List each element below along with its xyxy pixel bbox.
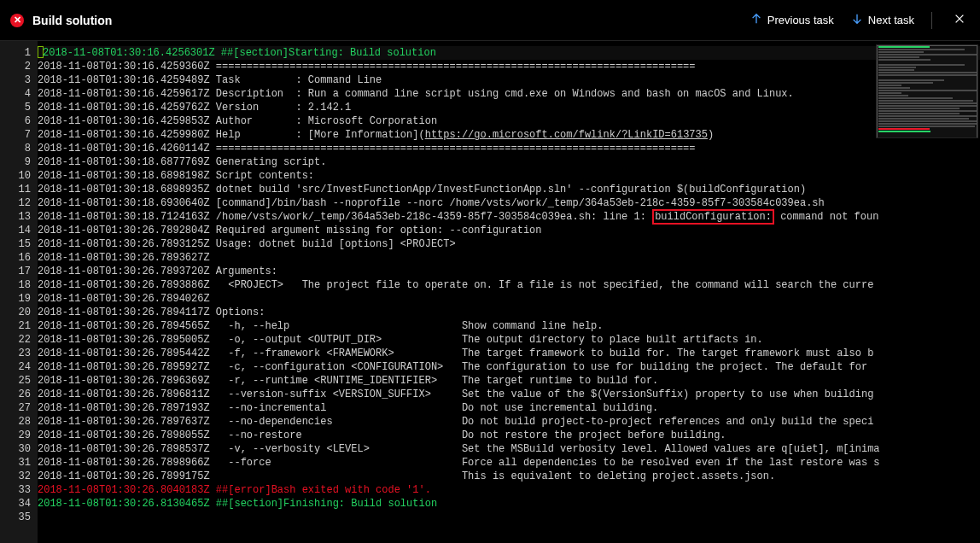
line-number: 1 [3, 46, 31, 60]
line-number: 29 [3, 429, 31, 442]
log-line: 2018-11-08T01:30:26.7895927Z -c, --confi… [38, 360, 980, 374]
log-line: 2018-11-08T01:30:26.7892804Z Required ar… [38, 224, 980, 237]
close-icon [954, 13, 965, 28]
line-number: 3 [3, 73, 31, 87]
log-line [38, 511, 980, 524]
log-line: 2018-11-08T01:30:26.7893720Z Arguments: [38, 265, 980, 278]
log-line: 2018-11-08T01:30:18.6898198Z Script cont… [38, 169, 980, 183]
next-task-label: Next task [868, 14, 914, 26]
line-number: 35 [3, 511, 31, 524]
line-number: 2 [3, 60, 31, 73]
line-number: 13 [3, 210, 31, 224]
log-line: 2018-11-08T01:30:26.7899175Z This is equ… [38, 470, 980, 483]
line-number: 4 [3, 87, 31, 101]
line-number: 27 [3, 401, 31, 415]
line-number: 33 [3, 483, 31, 497]
arrow-up-icon [750, 13, 762, 27]
log-line: 2018-11-08T01:30:18.6930640Z [command]/b… [38, 196, 980, 210]
header-right: Previous task Next task [750, 10, 970, 31]
line-number: 12 [3, 196, 31, 210]
line-number: 15 [3, 237, 31, 251]
line-number: 16 [3, 251, 31, 265]
log-line: 2018-11-08T01:30:18.6877769Z Generating … [38, 155, 980, 169]
log-line: 2018-11-08T01:30:26.7898966Z --force For… [38, 456, 980, 470]
line-number-gutter: 1234567891011121314151617181920212223242… [0, 41, 38, 543]
log-line: 2018-11-08T01:30:26.7894026Z [38, 292, 980, 306]
log-content[interactable]: 2018-11-08T01:30:16.4256301Z ##[section]… [38, 41, 980, 543]
error-highlight: buildConfiguration: [652, 209, 774, 225]
line-number: 24 [3, 360, 31, 374]
minimap-viewport[interactable] [877, 45, 977, 138]
close-button[interactable] [949, 10, 970, 31]
line-number: 18 [3, 278, 31, 292]
line-number: 34 [3, 497, 31, 511]
log-line: 2018-11-08T01:30:16.4259360Z ===========… [38, 60, 980, 73]
log-line: 2018-11-08T01:30:26.7895005Z -o, --outpu… [38, 333, 980, 347]
log-line: 2018-11-08T01:30:26.7898537Z -v, --verbo… [38, 442, 980, 456]
line-number: 6 [3, 114, 31, 128]
line-number: 22 [3, 333, 31, 347]
line-number: 9 [3, 155, 31, 169]
line-number: 32 [3, 470, 31, 483]
log-line: 2018-11-08T01:30:16.4260114Z ===========… [38, 142, 980, 155]
log-line: 2018-11-08T01:30:26.7894565Z -h, --help … [38, 319, 980, 333]
line-number: 5 [3, 101, 31, 114]
task-title: Build solution [32, 14, 112, 27]
log-line: 2018-11-08T01:30:26.7898055Z --no-restor… [38, 429, 980, 442]
line-number: 23 [3, 347, 31, 360]
arrow-down-icon [851, 13, 863, 27]
line-number: 28 [3, 415, 31, 429]
minimap[interactable] [876, 44, 978, 138]
log-line: 2018-11-08T01:30:26.7893627Z [38, 251, 980, 265]
log-line: 2018-11-08T01:30:26.7896369Z -r, --runti… [38, 374, 980, 388]
log-line: 2018-11-08T01:30:26.7893125Z Usage: dotn… [38, 237, 980, 251]
log-line: 2018-11-08T01:30:18.6898935Z dotnet buil… [38, 183, 980, 196]
log-line: 2018-11-08T01:30:26.7897193Z --no-increm… [38, 401, 980, 415]
line-number: 25 [3, 374, 31, 388]
previous-task-label: Previous task [767, 14, 834, 26]
line-number: 20 [3, 306, 31, 319]
line-number: 17 [3, 265, 31, 278]
line-number: 30 [3, 442, 31, 456]
line-number: 21 [3, 319, 31, 333]
log-line: 2018-11-08T01:30:26.8130465Z ##[section]… [38, 497, 980, 511]
header-left: ✕ Build solution [10, 14, 112, 27]
line-number: 7 [3, 128, 31, 142]
previous-task-link[interactable]: Previous task [750, 13, 834, 27]
log-line: 2018-11-08T01:30:16.4259853Z Author : Mi… [38, 114, 980, 128]
log-line: 2018-11-08T01:30:16.4259762Z Version : 2… [38, 101, 980, 114]
log-line: 2018-11-08T01:30:26.7894117Z Options: [38, 306, 980, 319]
line-number: 8 [3, 142, 31, 155]
log-line: 2018-11-08T01:30:26.7897637Z --no-depend… [38, 415, 980, 429]
log-line: 2018-11-08T01:30:26.8040183Z ##[error]Ba… [38, 483, 980, 497]
header-bar: ✕ Build solution Previous task Next task [0, 0, 980, 41]
log-line: 2018-11-08T01:30:26.7896811Z --version-s… [38, 388, 980, 401]
next-task-link[interactable]: Next task [851, 13, 914, 27]
line-number: 14 [3, 224, 31, 237]
log-line: 2018-11-08T01:30:16.4259489Z Task : Comm… [38, 73, 980, 87]
log-line: 2018-11-08T01:30:18.7124163Z /home/vsts/… [38, 210, 980, 224]
log-line: 2018-11-08T01:30:26.7893886Z <PROJECT> T… [38, 278, 980, 292]
line-number: 26 [3, 388, 31, 401]
line-number: 19 [3, 292, 31, 306]
more-information-link[interactable]: https://go.microsoft.com/fwlink/?LinkID=… [425, 129, 708, 141]
header-divider [931, 12, 932, 29]
log-line: 2018-11-08T01:30:16.4256301Z ##[section]… [38, 46, 980, 60]
log-line: 2018-11-08T01:30:26.7895442Z -f, --frame… [38, 347, 980, 360]
log-viewer[interactable]: 1234567891011121314151617181920212223242… [0, 41, 980, 543]
line-number: 11 [3, 183, 31, 196]
error-status-icon: ✕ [10, 14, 24, 27]
log-line: 2018-11-08T01:30:16.4259980Z Help : [Mor… [38, 128, 980, 142]
line-number: 10 [3, 169, 31, 183]
log-line: 2018-11-08T01:30:16.4259617Z Description… [38, 87, 980, 101]
line-number: 31 [3, 456, 31, 470]
